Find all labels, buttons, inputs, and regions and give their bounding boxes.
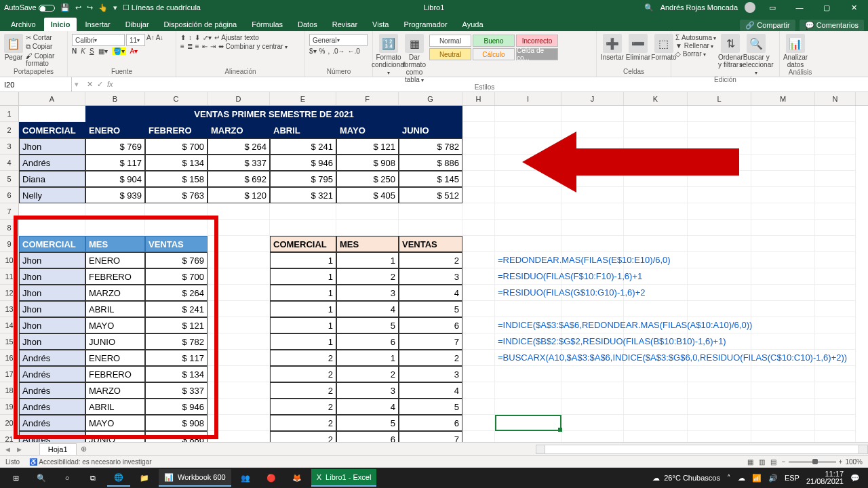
cell[interactable] (624, 236, 688, 252)
cell[interactable] (495, 122, 561, 138)
cell[interactable] (336, 203, 399, 220)
cell[interactable] (462, 366, 495, 382)
status-accessibility[interactable]: ♿ Accesibilidad: es necesario investigar (29, 458, 151, 466)
increase-font-icon[interactable]: A↑ (146, 34, 155, 46)
cell[interactable]: 1 (270, 285, 336, 301)
conditional-format-button[interactable]: 🔢Formato condicional (377, 34, 400, 76)
row-header[interactable]: 6 (0, 187, 19, 203)
cell[interactable]: $ 769 (85, 138, 145, 155)
cell[interactable] (815, 366, 856, 382)
format-table-button[interactable]: ▦Dar formato como tabla (403, 34, 426, 83)
cell[interactable]: 2 (336, 366, 399, 382)
cell[interactable] (85, 220, 145, 236)
cell[interactable] (495, 301, 561, 317)
cell[interactable]: Jhon (19, 138, 85, 155)
cell[interactable]: $ 946 (145, 399, 208, 415)
col-header[interactable]: N (815, 92, 856, 105)
row-header[interactable]: 9 (0, 236, 19, 252)
cell[interactable] (751, 236, 815, 252)
cell[interactable] (19, 203, 85, 220)
cell[interactable] (336, 220, 399, 236)
cell[interactable] (688, 399, 751, 415)
tab-dibujar[interactable]: Dibujar (119, 18, 156, 31)
cell[interactable]: =REDONDEAR.MAS(FILAS(E$10:E10)/6,0) (495, 252, 561, 268)
cell[interactable]: MAYO (85, 415, 145, 431)
row-header[interactable]: 12 (0, 285, 19, 301)
cell[interactable] (688, 106, 751, 122)
cell[interactable]: Andrés (19, 366, 85, 382)
cell[interactable] (624, 203, 688, 220)
cell[interactable]: 4 (399, 285, 462, 301)
cell[interactable]: $ 117 (85, 155, 145, 171)
cell[interactable] (751, 301, 815, 317)
cell[interactable]: 5 (336, 415, 399, 431)
cell[interactable] (751, 333, 815, 350)
cell[interactable]: =BUSCARX(A10,$A$3:$A$6,INDICE($A$3:$G$6,… (495, 350, 561, 366)
cell[interactable] (624, 366, 688, 382)
cell[interactable] (688, 285, 751, 301)
zoom-out-button[interactable]: − (782, 458, 786, 466)
share-button[interactable]: 🔗 Compartir (740, 20, 795, 31)
col-header[interactable]: D (208, 92, 270, 105)
cell[interactable] (208, 285, 270, 301)
name-box[interactable]: I20 (0, 77, 72, 92)
col-header[interactable]: F (336, 92, 399, 105)
cell[interactable]: ENERO (85, 252, 145, 268)
ribbon-options-icon[interactable]: ▭ (762, 3, 783, 12)
cell[interactable]: Andrés (19, 431, 85, 442)
cell[interactable] (495, 138, 561, 155)
cell[interactable] (462, 220, 495, 236)
cell[interactable] (208, 366, 270, 382)
tray-chevron-icon[interactable]: ˄ (727, 474, 731, 483)
cell[interactable]: 6 (336, 431, 399, 442)
cell[interactable] (462, 236, 495, 252)
save-icon[interactable]: 💾 (60, 3, 70, 12)
cancel-formula-icon[interactable]: ✕ (87, 80, 93, 89)
cell[interactable] (751, 317, 815, 333)
col-header[interactable]: H (462, 92, 495, 105)
cell[interactable]: 1 (270, 317, 336, 333)
cell[interactable]: $ 321 (270, 187, 336, 203)
cell[interactable] (815, 252, 856, 268)
teams-icon[interactable]: 👥 (234, 469, 257, 487)
cell[interactable] (624, 155, 688, 171)
cell[interactable] (495, 187, 561, 203)
cell[interactable]: ABRIL (270, 122, 336, 138)
taskbar-app-excel[interactable]: X Libro1 - Excel (311, 469, 377, 487)
cell[interactable] (208, 301, 270, 317)
cell[interactable] (751, 366, 815, 382)
undo-icon[interactable]: ↩ (75, 3, 81, 12)
row-header[interactable]: 1 (0, 106, 19, 122)
cell[interactable]: 4 (336, 301, 399, 317)
cell[interactable]: Andrés (19, 415, 85, 431)
cell[interactable]: MARZO (85, 382, 145, 399)
cell[interactable]: ENERO (85, 122, 145, 138)
cell[interactable]: 2 (270, 366, 336, 382)
cell[interactable]: $ 241 (270, 138, 336, 155)
cell[interactable] (751, 187, 815, 203)
cell[interactable]: =INDICE($B$2:$G$2,RESIDUO(FILAS(B$10:B10… (495, 333, 561, 350)
bold-button[interactable]: N (72, 47, 77, 55)
cell[interactable]: $ 145 (399, 171, 462, 187)
cell[interactable] (624, 106, 688, 122)
cell[interactable] (462, 252, 495, 268)
tray-notifications-icon[interactable]: 💬 (850, 474, 860, 483)
cell[interactable] (561, 106, 624, 122)
zoom-in-button[interactable]: + (839, 458, 843, 466)
col-header[interactable]: L (688, 92, 751, 105)
cell[interactable] (751, 252, 815, 268)
cell[interactable] (495, 415, 561, 431)
cell[interactable]: $ 337 (208, 155, 270, 171)
cell[interactable]: 2 (270, 415, 336, 431)
cell[interactable]: $ 241 (145, 301, 208, 317)
cell[interactable] (688, 268, 751, 285)
cell[interactable] (688, 122, 751, 138)
user-name[interactable]: Andrés Rojas Moncada (660, 3, 738, 12)
cell[interactable] (815, 268, 856, 285)
cell[interactable]: Jhon (19, 268, 85, 285)
cell[interactable]: MAYO (85, 317, 145, 333)
cell[interactable] (688, 220, 751, 236)
zoom-slider[interactable] (789, 461, 836, 463)
style-calculo[interactable]: Cálculo (473, 48, 515, 60)
cell[interactable] (561, 220, 624, 236)
